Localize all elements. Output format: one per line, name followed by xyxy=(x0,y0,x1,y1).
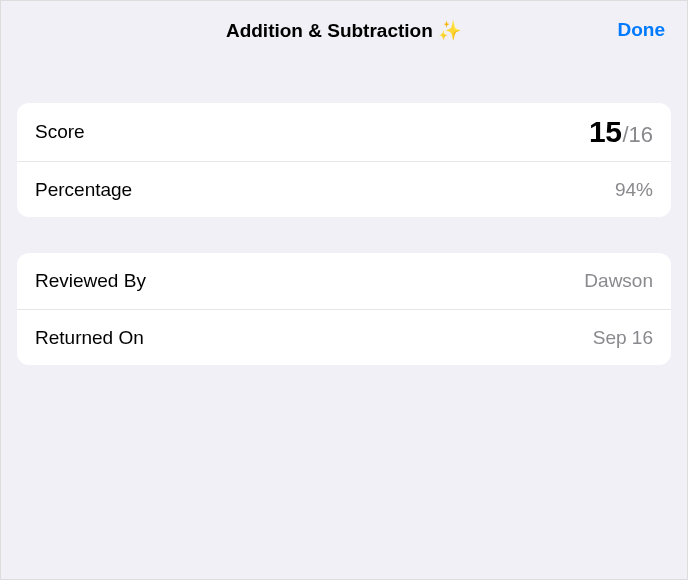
percentage-label: Percentage xyxy=(35,179,132,201)
score-value: 15 / 16 xyxy=(589,115,653,149)
score-earned: 15 xyxy=(589,115,621,149)
score-total: 16 xyxy=(629,122,653,148)
returned-on-value: Sep 16 xyxy=(593,327,653,349)
reviewed-by-value: Dawson xyxy=(584,270,653,292)
reviewed-by-label: Reviewed By xyxy=(35,270,146,292)
header: Addition & Subtraction ✨ Done xyxy=(1,1,687,59)
reviewed-by-row: Reviewed By Dawson xyxy=(17,253,671,309)
page-title: Addition & Subtraction ✨ xyxy=(226,19,462,42)
content: Score 15 / 16 Percentage 94% Reviewed By… xyxy=(1,59,687,365)
done-button[interactable]: Done xyxy=(618,19,666,41)
score-row: Score 15 / 16 xyxy=(17,103,671,161)
returned-on-label: Returned On xyxy=(35,327,144,349)
score-group: Score 15 / 16 Percentage 94% xyxy=(17,103,671,217)
review-group: Reviewed By Dawson Returned On Sep 16 xyxy=(17,253,671,365)
score-label: Score xyxy=(35,121,85,143)
returned-on-row: Returned On Sep 16 xyxy=(17,309,671,365)
percentage-value: 94% xyxy=(615,179,653,201)
percentage-row: Percentage 94% xyxy=(17,161,671,217)
